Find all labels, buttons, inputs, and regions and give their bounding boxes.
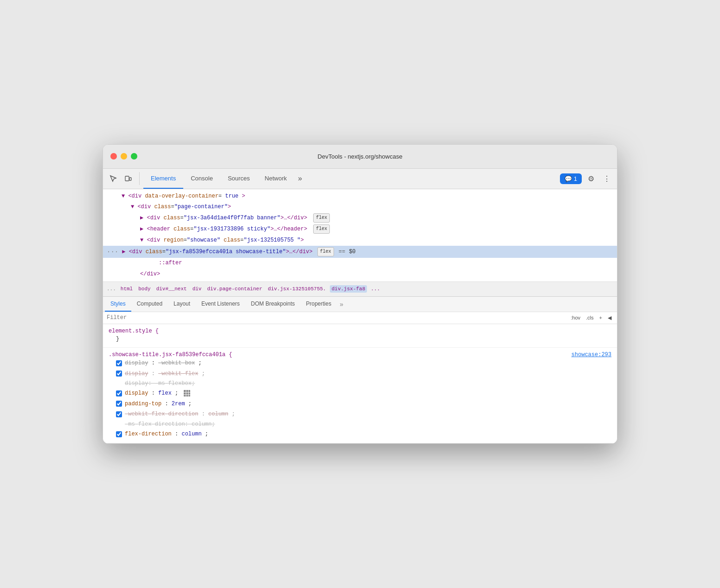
inspect-element-button[interactable] — [107, 172, 120, 185]
html-line[interactable]: </div> — [103, 269, 617, 280]
tab-sources[interactable]: Sources — [220, 169, 257, 189]
css-property-line: -ms-flex-direction: column; — [109, 420, 611, 429]
css-prop-checkbox[interactable] — [116, 411, 122, 417]
breadcrumb-item-html[interactable]: html — [119, 285, 135, 293]
css-selector-line: element.style { — [109, 328, 611, 334]
filter-bar: :hov .cls + ◀ — [103, 312, 617, 324]
device-toolbar-button[interactable] — [122, 172, 135, 185]
css-property-line: display : flex ; — [109, 388, 611, 398]
breadcrumb-item-page-container[interactable]: div.page-container — [205, 285, 264, 293]
titlebar: DevTools - nextjs.org/showcase — [103, 145, 617, 169]
chat-icon: 💬 — [565, 175, 572, 182]
html-line[interactable]: ▼ <div class="page-container"> — [103, 202, 617, 212]
issues-badge-button[interactable]: 💬 1 — [560, 173, 582, 184]
breadcrumb-dots: ... — [107, 286, 116, 292]
add-style-rule-button[interactable]: + — [598, 314, 604, 321]
devtools-tabs: Elements Console Sources Network » — [143, 169, 560, 189]
breadcrumb-item-next[interactable]: div#__next — [154, 285, 189, 293]
css-source-link[interactable]: showcase:293 — [572, 352, 611, 358]
html-line[interactable]: ::after — [103, 258, 617, 268]
html-line[interactable]: ▶ <div class="jsx-3a64d1ae4f0f7fab banne… — [103, 212, 617, 224]
css-prop-checkbox[interactable] — [116, 371, 122, 377]
toggle-sidebar-button[interactable]: ◀ — [606, 314, 613, 322]
tab-layout[interactable]: Layout — [168, 297, 196, 312]
css-property-line: flex-direction : column ; — [109, 429, 611, 439]
svg-rect-1 — [129, 178, 131, 180]
breadcrumb-item-jsx1325[interactable]: div.jsx-1325105755. — [266, 285, 328, 293]
window-controls — [110, 153, 137, 160]
dollar-zero: $0 — [349, 248, 355, 256]
tab-event-listeners[interactable]: Event Listeners — [196, 297, 245, 312]
more-styles-tabs[interactable]: » — [337, 300, 346, 308]
svg-rect-0 — [125, 176, 129, 181]
html-line-selected[interactable]: ··· ▶ <div class="jsx-fa8539efcca401a sh… — [103, 246, 617, 258]
css-property-line: -webkit-flex-direction : column ; — [109, 409, 611, 419]
styles-tabs-bar: Styles Computed Layout Event Listeners D… — [103, 297, 617, 312]
breadcrumb-item-div[interactable]: div — [191, 285, 204, 293]
close-button[interactable] — [110, 153, 117, 160]
devtools-toolbar: Elements Console Sources Network » 💬 1 ⚙… — [103, 169, 617, 189]
filter-actions: :hov .cls + ◀ — [569, 314, 613, 322]
breadcrumb-item-body[interactable]: body — [136, 285, 152, 293]
toolbar-right: 💬 1 ⚙ ⋮ — [560, 172, 613, 185]
equals-sign: == — [339, 248, 345, 256]
filter-input[interactable] — [107, 314, 565, 321]
elements-panel: ▼ <div data-overlay-container= true > ▼ … — [103, 189, 617, 282]
toolbar-left-icons — [107, 172, 140, 185]
css-prop-checkbox[interactable] — [116, 390, 122, 396]
tab-network[interactable]: Network — [257, 169, 295, 189]
tab-console[interactable]: Console — [183, 169, 220, 189]
tab-styles[interactable]: Styles — [105, 297, 131, 312]
cls-button[interactable]: .cls — [584, 314, 596, 321]
window-title: DevTools - nextjs.org/showcase — [318, 153, 403, 160]
more-options-button[interactable]: ⋮ — [600, 172, 613, 185]
flex-badge: flex — [317, 247, 334, 256]
tab-elements[interactable]: Elements — [143, 169, 183, 189]
css-property-line: display : -webkit-flex ; — [109, 369, 611, 379]
css-rule-element-style: element.style { } — [103, 324, 617, 348]
css-rule-showcase-title: .showcase-title.jsx-fa8539efcca401a { sh… — [103, 348, 617, 443]
styles-panel: Styles Computed Layout Event Listeners D… — [103, 297, 617, 444]
devtools-window: DevTools - nextjs.org/showcase Elements … — [103, 144, 617, 444]
hov-button[interactable]: :hov — [569, 314, 582, 321]
tab-dom-breakpoints[interactable]: DOM Breakpoints — [245, 297, 301, 312]
breadcrumb: ... html body div#__next div div.page-co… — [103, 282, 617, 297]
flex-badge: flex — [313, 224, 330, 234]
css-property-line: padding-top : 2rem ; — [109, 399, 611, 409]
css-prop-checkbox[interactable] — [116, 401, 122, 407]
more-tabs-button[interactable]: » — [294, 174, 306, 183]
minimize-button[interactable] — [121, 153, 127, 160]
tab-properties[interactable]: Properties — [301, 297, 337, 312]
settings-button[interactable]: ⚙ — [585, 172, 598, 185]
css-rules: element.style { } .showcase-title.jsx-fa… — [103, 324, 617, 444]
grid-icon[interactable] — [183, 390, 191, 397]
dots-icon: ··· — [107, 247, 118, 257]
html-line[interactable]: ▼ <div data-overlay-container= true > — [103, 191, 617, 202]
css-prop-checkbox[interactable] — [116, 431, 122, 437]
css-property-line: display : -webkit-box ; — [109, 358, 611, 368]
maximize-button[interactable] — [131, 153, 137, 160]
tab-computed[interactable]: Computed — [131, 297, 168, 312]
css-property-line: display: -ms-flexbox; — [109, 379, 611, 388]
flex-badge: flex — [313, 213, 330, 223]
css-rule-header: .showcase-title.jsx-fa8539efcca401a { sh… — [109, 352, 611, 358]
html-line[interactable]: ▶ <header class="jsx-1931733896 sticky">… — [103, 224, 617, 235]
css-close-brace: } — [109, 334, 611, 344]
breadcrumb-item-jsx-fa[interactable]: div.jsx-fa8 — [330, 285, 367, 293]
css-prop-checkbox[interactable] — [116, 360, 122, 366]
svg-rect-2 — [184, 390, 190, 396]
html-line[interactable]: ▼ <div region="showcase" class="jsx-1325… — [103, 235, 617, 246]
breadcrumb-item-more[interactable]: ... — [369, 285, 382, 293]
tag-text: ▼ <div data-overlay-container= true > — [122, 193, 245, 199]
